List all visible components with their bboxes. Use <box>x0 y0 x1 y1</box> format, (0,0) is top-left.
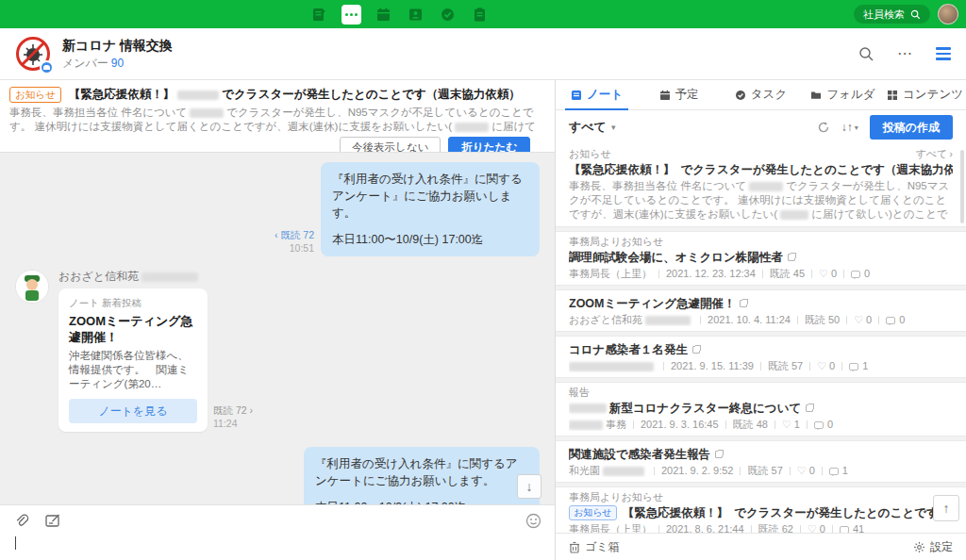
message-time: 10:51 <box>275 241 314 255</box>
message-bubble[interactable]: 『利用者の受け入れ条件』に関するアンケート』にご協力お願いします。 本日11:0… <box>321 162 540 256</box>
survey-icon[interactable] <box>470 5 490 25</box>
tab-folder[interactable]: フォルダ <box>802 80 884 109</box>
chevron-down-icon: ▾ <box>611 123 616 132</box>
redacted-text <box>190 108 224 118</box>
note-meta: 2021. 9. 15. 11:39既読 57♡01 <box>569 360 953 372</box>
note-title[interactable]: 新型コロナクラスター終息について <box>569 401 953 416</box>
sender-name: おおざと信和苑 <box>58 270 253 284</box>
redacted-text <box>780 210 808 220</box>
tasks-done-icon[interactable] <box>438 5 458 25</box>
folder-tab-icon <box>810 90 822 101</box>
dismiss-button[interactable]: 今後表示しない <box>340 137 441 153</box>
note-title[interactable]: 調理師試験会場に、オミクロン株陽性者 <box>569 250 953 265</box>
redacted-text <box>645 316 691 325</box>
collapse-button[interactable]: 折りたたむ <box>448 137 530 153</box>
tab-schedule[interactable]: 予定 <box>638 80 720 109</box>
like-icon: ♡ <box>808 523 817 533</box>
calendar-icon[interactable] <box>374 5 393 25</box>
announcement-banner: お知らせ 【緊急応援依頼！】でクラスターが発生したとのことです（週末協力依頼） … <box>0 80 555 153</box>
tab-task[interactable]: タスク <box>720 80 802 109</box>
comment-icon <box>886 317 895 324</box>
tab-note[interactable]: ノート <box>556 80 638 109</box>
trash-icon <box>569 541 580 553</box>
filter-dropdown[interactable]: すべて ▾ <box>569 119 615 136</box>
memo-icon[interactable] <box>44 513 61 529</box>
settings-link[interactable]: 設定 <box>913 539 953 555</box>
section-label: 事務局よりお知らせ <box>569 236 663 248</box>
scroll-to-bottom-button[interactable]: ↓ <box>517 474 541 499</box>
redacted-text <box>569 404 607 413</box>
panel-toolbar: すべて ▾ ↓↑▾ 投稿の作成 <box>556 110 966 144</box>
message-icon[interactable] <box>341 5 361 25</box>
note-title[interactable]: コロナ感染者１名発生 <box>569 342 953 357</box>
note-title: ZOOMミーティング急遽開催！ <box>69 313 197 345</box>
read-count[interactable]: 既読 72 › <box>213 404 253 417</box>
note-title[interactable]: お知らせ【緊急応援依頼！】でクラスターが発生したとのことです（週末協力依頼） <box>569 505 953 520</box>
redacted-text <box>177 91 219 100</box>
see-all-link[interactable]: すべて› <box>916 148 953 160</box>
tab-contents[interactable]: コンテンツ <box>884 80 966 109</box>
note-title[interactable]: ZOOMミーティング急遽開催！ <box>569 296 953 311</box>
sender-avatar[interactable] <box>15 270 49 304</box>
view-note-button[interactable]: ノートを見る <box>69 399 197 423</box>
read-count[interactable]: ‹ 既読 72 <box>275 228 314 241</box>
note-list[interactable]: お知らせ すべて› 【緊急応援依頼！】でクラスターが発生したとのことです（週末協… <box>556 144 966 533</box>
message-text: 本日11:00〜10/9(土) 17:00迄 <box>332 231 528 248</box>
banner-body: 事務長、事務担当各位 件名についてでクラスターが発生し、N95マスクが不足してい… <box>9 106 540 134</box>
contents-tab-icon <box>887 90 898 101</box>
room-avatar[interactable] <box>15 36 51 72</box>
external-link-icon <box>788 254 795 261</box>
scroll-to-top-button[interactable]: ↑ <box>933 495 959 521</box>
comment-icon <box>814 421 824 429</box>
note-meta: 事務局長（上里）2021. 8. 6. 21:44既読 62♡041 <box>569 523 953 533</box>
attach-icon[interactable] <box>13 513 29 529</box>
message-bubble[interactable]: 『利用者の受け入れ条件』に関するアンケートにご協力お願いします。 本日11:00… <box>304 447 540 504</box>
redacted-text <box>749 182 783 191</box>
room-menu-icon[interactable] <box>936 47 951 60</box>
note-preview: 沖老健関係各位皆様へ、情報提供です。 関連ミーティング(第20… <box>69 349 197 391</box>
panel-footer: ゴミ箱 設定 <box>556 533 966 560</box>
comment-icon <box>829 468 839 475</box>
redacted-text <box>569 362 654 371</box>
note-item[interactable]: ZOOMミーティング急遽開催！ おおざと信和苑2021. 10. 4. 11:2… <box>556 290 966 331</box>
redacted-text <box>569 420 603 430</box>
room-members[interactable]: メンバー90 <box>62 56 173 71</box>
message-outgoing: ‹ 既読 72 10:51 『利用者の受け入れ条件』に関するアンケート』にご協力… <box>15 162 540 256</box>
message-list[interactable]: ‹ 既読 72 10:51 『利用者の受け入れ条件』に関するアンケート』にご協力… <box>0 153 555 504</box>
room-more-icon[interactable]: ⋯ <box>897 49 913 58</box>
note-item[interactable]: お知らせ すべて› 【緊急応援依頼！】でクラスターが発生したとのことです（週末協… <box>556 144 966 226</box>
refresh-icon[interactable] <box>817 121 830 134</box>
create-post-button[interactable]: 投稿の作成 <box>870 115 953 140</box>
section-label: 報告 <box>569 387 590 399</box>
contacts-icon[interactable] <box>406 5 425 25</box>
note-meta: 事務2021. 9. 3. 16:45既読 48♡10 <box>569 419 953 431</box>
note-title[interactable]: 【緊急応援依頼！】でクラスターが発生したとのことです（週末協力依頼） <box>569 162 953 177</box>
calendar-tab-icon <box>659 90 671 101</box>
room-search-icon[interactable] <box>858 46 874 62</box>
trash-link[interactable]: ゴミ箱 <box>569 539 620 555</box>
user-avatar[interactable] <box>938 4 958 25</box>
note-item[interactable]: 関連施設で感染者発生報告 和光園2021. 9. 2. 9:52既読 57♡01 <box>556 441 966 482</box>
note-item[interactable]: 事務局よりお知らせ 調理師試験会場に、オミクロン株陽性者 事務局長（上里）202… <box>556 232 966 285</box>
emoji-icon[interactable] <box>525 513 541 529</box>
employee-search[interactable]: 社員検索 <box>854 5 930 24</box>
note-title[interactable]: 関連施設で感染者発生報告 <box>569 447 953 462</box>
board-icon[interactable] <box>309 5 329 25</box>
like-icon: ♡ <box>817 360 826 372</box>
message-text: 『利用者の受け入れ条件』に関するアンケートにご協力お願いします。 <box>315 455 528 489</box>
note-item[interactable]: 事務局よりお知らせ お知らせ【緊急応援依頼！】でクラスターが発生したとのことです… <box>556 487 966 533</box>
panel-scrollbar[interactable] <box>960 150 964 223</box>
sort-dropdown[interactable]: ↓↑▾ <box>841 121 858 134</box>
chat-column: お知らせ 【緊急応援依頼！】でクラスターが発生したとのことです（週末協力依頼） … <box>0 80 555 560</box>
section-label: お知らせ <box>569 148 611 160</box>
text-cursor <box>15 536 16 550</box>
note-share-card[interactable]: ノート 新着投稿 ZOOMミーティング急遽開催！ 沖老健関係各位皆様へ、情報提供… <box>58 288 208 432</box>
external-link-icon <box>806 404 813 412</box>
message-composer[interactable] <box>0 504 555 560</box>
gear-icon <box>913 541 925 553</box>
note-item[interactable]: 報告 新型コロナクラスター終息について 事務2021. 9. 3. 16:45既… <box>556 383 966 436</box>
redacted-text <box>603 467 644 476</box>
message-time: 11:24 <box>213 417 253 430</box>
note-item[interactable]: コロナ感染者１名発生 2021. 9. 15. 11:39既読 57♡01 <box>556 337 966 377</box>
global-topbar: 社員検索 <box>0 0 966 28</box>
